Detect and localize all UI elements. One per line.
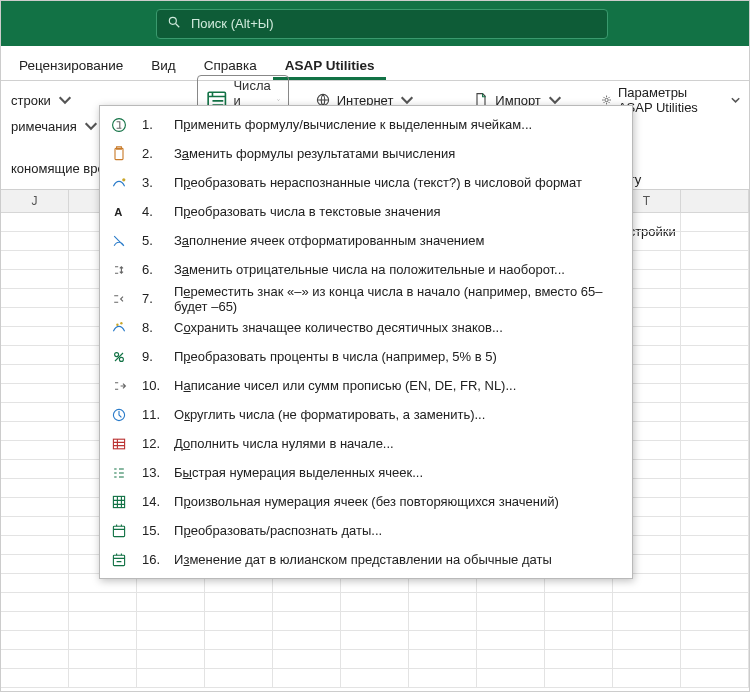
grid-cell[interactable] xyxy=(681,213,749,232)
grid-cell[interactable] xyxy=(205,612,273,631)
ribbon-notes-button[interactable]: римечания xyxy=(3,116,107,136)
grid-cell[interactable] xyxy=(681,422,749,441)
grid-cell[interactable] xyxy=(681,232,749,251)
grid-cell[interactable] xyxy=(545,593,613,612)
grid-cell[interactable] xyxy=(205,669,273,688)
menu-item-9[interactable]: 9.Преобразовать проценты в числа (наприм… xyxy=(100,342,632,371)
grid-cell[interactable] xyxy=(341,631,409,650)
grid-cell[interactable] xyxy=(681,631,749,650)
grid-cell[interactable] xyxy=(341,650,409,669)
grid-cell[interactable] xyxy=(681,612,749,631)
grid-cell[interactable] xyxy=(69,612,137,631)
grid-cell[interactable] xyxy=(69,650,137,669)
grid-cell[interactable] xyxy=(545,669,613,688)
grid-cell[interactable] xyxy=(341,612,409,631)
search-input[interactable]: Поиск (Alt+Ы) xyxy=(156,9,608,39)
grid-cell[interactable] xyxy=(137,669,205,688)
grid-cell[interactable] xyxy=(477,650,545,669)
grid-row[interactable] xyxy=(1,650,749,669)
grid-row[interactable] xyxy=(1,612,749,631)
grid-cell[interactable] xyxy=(1,384,69,403)
grid-cell[interactable] xyxy=(681,327,749,346)
grid-cell[interactable] xyxy=(409,631,477,650)
menu-item-16[interactable]: 16.Изменение дат в юлианском представлен… xyxy=(100,545,632,574)
grid-cell[interactable] xyxy=(545,650,613,669)
grid-cell[interactable] xyxy=(69,631,137,650)
grid-row[interactable] xyxy=(1,593,749,612)
menu-item-14[interactable]: 14.Произвольная нумерация ячеек (без пов… xyxy=(100,487,632,516)
grid-cell[interactable] xyxy=(1,669,69,688)
grid-cell[interactable] xyxy=(545,631,613,650)
menu-item-15[interactable]: 15.Преобразовать/распознать даты... xyxy=(100,516,632,545)
menu-item-1[interactable]: 1.Применить формулу/вычисление к выделен… xyxy=(100,110,632,139)
grid-cell[interactable] xyxy=(409,669,477,688)
grid-cell[interactable] xyxy=(681,517,749,536)
grid-cell[interactable] xyxy=(137,650,205,669)
grid-cell[interactable] xyxy=(477,612,545,631)
grid-cell[interactable] xyxy=(1,270,69,289)
grid-cell[interactable] xyxy=(681,270,749,289)
menu-item-8[interactable]: 8.Сохранить значащее количество десятичн… xyxy=(100,313,632,342)
grid-cell[interactable] xyxy=(409,593,477,612)
grid-cell[interactable] xyxy=(613,650,681,669)
col-header[interactable] xyxy=(681,190,749,212)
grid-cell[interactable] xyxy=(1,365,69,384)
grid-cell[interactable] xyxy=(1,346,69,365)
grid-cell[interactable] xyxy=(613,669,681,688)
menu-item-11[interactable]: 11.Округлить числа (не форматировать, а … xyxy=(100,400,632,429)
grid-cell[interactable] xyxy=(1,517,69,536)
grid-cell[interactable] xyxy=(545,612,613,631)
grid-cell[interactable] xyxy=(1,403,69,422)
grid-cell[interactable] xyxy=(681,460,749,479)
tab-asap-utilities[interactable]: ASAP Utilities xyxy=(273,51,387,80)
grid-cell[interactable] xyxy=(681,536,749,555)
grid-cell[interactable] xyxy=(1,536,69,555)
grid-cell[interactable] xyxy=(681,251,749,270)
grid-cell[interactable] xyxy=(681,498,749,517)
grid-cell[interactable] xyxy=(681,384,749,403)
menu-item-2[interactable]: 2.Заменить формулы результатами вычислен… xyxy=(100,139,632,168)
grid-cell[interactable] xyxy=(273,612,341,631)
grid-cell[interactable] xyxy=(69,669,137,688)
grid-cell[interactable] xyxy=(681,669,749,688)
grid-cell[interactable] xyxy=(1,593,69,612)
grid-cell[interactable] xyxy=(477,669,545,688)
grid-cell[interactable] xyxy=(273,631,341,650)
grid-cell[interactable] xyxy=(1,555,69,574)
grid-cell[interactable] xyxy=(681,346,749,365)
grid-row[interactable] xyxy=(1,669,749,688)
grid-row[interactable] xyxy=(1,631,749,650)
grid-cell[interactable] xyxy=(1,308,69,327)
grid-cell[interactable] xyxy=(137,593,205,612)
col-header[interactable]: J xyxy=(1,190,69,212)
grid-cell[interactable] xyxy=(681,365,749,384)
grid-cell[interactable] xyxy=(477,631,545,650)
grid-cell[interactable] xyxy=(1,327,69,346)
grid-cell[interactable] xyxy=(1,650,69,669)
grid-cell[interactable] xyxy=(681,555,749,574)
grid-cell[interactable] xyxy=(681,403,749,422)
grid-cell[interactable] xyxy=(137,631,205,650)
grid-cell[interactable] xyxy=(205,650,273,669)
grid-cell[interactable] xyxy=(1,213,69,232)
grid-cell[interactable] xyxy=(681,289,749,308)
menu-item-10[interactable]: 10.Написание чисел или сумм прописью (EN… xyxy=(100,371,632,400)
menu-item-12[interactable]: 12.Дополнить числа нулями в начале... xyxy=(100,429,632,458)
tab-view[interactable]: Вид xyxy=(139,51,187,80)
grid-cell[interactable] xyxy=(409,612,477,631)
menu-item-7[interactable]: 7.Переместить знак «–» из конца числа в … xyxy=(100,284,632,313)
grid-cell[interactable] xyxy=(681,593,749,612)
grid-cell[interactable] xyxy=(137,612,205,631)
grid-cell[interactable] xyxy=(205,631,273,650)
grid-cell[interactable] xyxy=(273,669,341,688)
grid-cell[interactable] xyxy=(1,422,69,441)
grid-cell[interactable] xyxy=(681,650,749,669)
menu-item-4[interactable]: A4.Преобразовать числа в текстовые значе… xyxy=(100,197,632,226)
grid-cell[interactable] xyxy=(681,308,749,327)
grid-cell[interactable] xyxy=(273,650,341,669)
grid-cell[interactable] xyxy=(1,289,69,308)
grid-cell[interactable] xyxy=(1,479,69,498)
menu-item-5[interactable]: 5.Заполнение ячеек отформатированным зна… xyxy=(100,226,632,255)
grid-cell[interactable] xyxy=(409,650,477,669)
grid-cell[interactable] xyxy=(613,631,681,650)
